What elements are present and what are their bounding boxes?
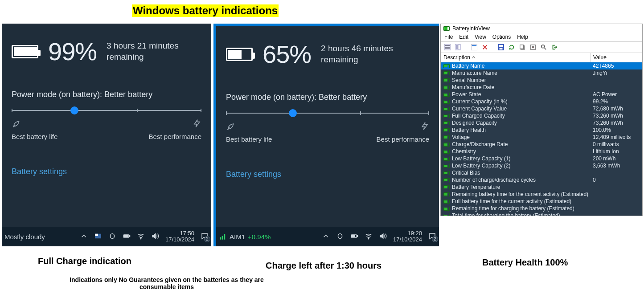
row-value: 100.0%	[593, 127, 642, 133]
svg-rect-8	[222, 236, 223, 240]
battery-row-icon	[443, 207, 450, 211]
table-row[interactable]: Remaining time for charging the battery …	[441, 205, 642, 212]
toolbar-detail-icon[interactable]	[454, 43, 462, 51]
tray-wifi-icon[interactable]	[137, 232, 145, 241]
table-row[interactable]: Full battery time for the current activi…	[441, 198, 642, 205]
svg-rect-7	[220, 237, 221, 240]
menu-view[interactable]: View	[475, 34, 486, 40]
power-mode-slider[interactable]	[226, 113, 429, 114]
stock-widget[interactable]: AIM1 +0.94%	[219, 233, 271, 241]
row-value: 72,680 mWh	[593, 106, 642, 112]
leaf-icon	[226, 122, 235, 133]
table-row[interactable]: Designed Capacity73,260 mWh	[441, 119, 642, 127]
weather-widget[interactable]: Mostly cloudy	[4, 233, 45, 241]
svg-point-30	[532, 46, 534, 48]
row-description: Full battery time for the current activi…	[452, 198, 593, 204]
battery-row-icon	[443, 164, 450, 168]
row-description: Current Capacity Value	[452, 106, 593, 112]
table-row[interactable]: ChemistryLithium Ion	[441, 148, 642, 155]
row-value: 73,260 mWh	[593, 120, 642, 126]
row-description: Battery Health	[452, 127, 593, 133]
tray-notifications-icon[interactable]: 2	[201, 232, 209, 241]
tray-clock[interactable]: 19:20 17/10/2024	[393, 230, 422, 243]
row-description: Number of charge/discharge cycles	[452, 177, 593, 183]
toolbar-copy-icon[interactable]	[518, 43, 526, 51]
table-row[interactable]: Serial Number	[441, 77, 642, 84]
menu-options[interactable]: Options	[492, 34, 511, 40]
row-value: 99.2%	[593, 98, 642, 105]
toolbar-save-icon[interactable]	[497, 43, 505, 51]
window-titlebar[interactable]: BatteryInfoView	[441, 24, 642, 33]
tray-clock[interactable]: 17:50 17/10/2024	[165, 230, 194, 243]
table-row[interactable]: Current Capacity (in %)99.2%	[441, 98, 642, 105]
table-row[interactable]: Manufacture NameJingYi	[441, 69, 642, 77]
tray-focus-icon[interactable]	[336, 232, 344, 241]
menu-help[interactable]: Help	[517, 34, 528, 40]
toolbar-list-icon[interactable]	[443, 43, 451, 51]
table-row[interactable]: Voltage12,409 millivolts	[441, 134, 642, 141]
svg-rect-18	[445, 49, 450, 49]
svg-rect-20	[456, 45, 458, 50]
table-row[interactable]: Full Charged Capacity73,260 mWh	[441, 112, 642, 119]
row-value: Lithium Ion	[593, 148, 642, 155]
battery-row-icon	[443, 150, 450, 154]
table-row[interactable]: Low Battery Capacity (2)3,663 mWh	[441, 162, 642, 169]
tray-chevron-icon[interactable]	[322, 232, 330, 241]
tray-app-icon[interactable]	[94, 232, 102, 241]
tray-focus-icon[interactable]	[108, 232, 116, 241]
column-value[interactable]: Value	[591, 53, 642, 62]
caption-battery-health: Battery Health 100%	[482, 257, 568, 268]
row-description: Current Capacity (in %)	[452, 98, 593, 105]
battery-row-icon	[443, 114, 450, 118]
menu-file[interactable]: File	[444, 34, 453, 40]
toolbar-exit-icon[interactable]	[550, 43, 558, 51]
tray-battery-icon[interactable]	[123, 232, 131, 241]
battery-remaining: 3 hours 21 minutes remaining	[107, 41, 179, 62]
battery-settings-link[interactable]: Battery settings	[12, 167, 67, 176]
row-description: Charge/Discharge Rate	[452, 141, 593, 147]
svg-rect-12	[357, 235, 358, 237]
battery-row-icon	[443, 78, 450, 82]
menu-edit[interactable]: Edit	[459, 34, 468, 40]
svg-rect-21	[458, 45, 460, 50]
toolbar-options-icon[interactable]	[529, 43, 537, 51]
toolbar-refresh-icon[interactable]	[508, 43, 516, 51]
battery-row-icon	[443, 143, 450, 147]
battery-row-icon	[443, 192, 450, 196]
svg-rect-16	[445, 45, 450, 46]
table-row[interactable]: Critical Bias	[441, 169, 642, 176]
table-row[interactable]: Charge/Discharge Rate0 milliwatts	[441, 141, 642, 148]
battery-settings-link[interactable]: Battery settings	[226, 170, 281, 179]
svg-rect-25	[499, 45, 503, 47]
table-row[interactable]: Remaining battery time for the current a…	[441, 191, 642, 198]
power-mode-slider[interactable]	[12, 110, 201, 111]
row-description: Manufacture Date	[452, 84, 593, 90]
svg-rect-10	[338, 233, 342, 238]
table-row[interactable]: Battery Health100.0%	[441, 127, 642, 134]
battery-flyout-full: 99% 3 hours 21 minutes remaining Power m…	[2, 24, 211, 246]
row-description: Remaining battery time for the current a…	[452, 191, 593, 197]
tray-volume-icon[interactable]	[379, 232, 387, 241]
tray-wifi-icon[interactable]	[365, 232, 373, 241]
table-row[interactable]: Manufacture Date	[441, 84, 642, 91]
toolbar-find-icon[interactable]	[540, 43, 548, 51]
battery-row-icon	[443, 64, 450, 68]
tray-chevron-icon[interactable]	[80, 232, 88, 241]
column-description[interactable]: Description	[441, 53, 591, 62]
toolbar-delete-icon[interactable]	[481, 43, 489, 51]
table-row[interactable]: Power StateAC Power	[441, 91, 642, 98]
table-row[interactable]: Total time for charging the battery (Est…	[441, 212, 642, 216]
toolbar-properties-icon[interactable]	[470, 43, 478, 51]
table-row[interactable]: Number of charge/discharge cycles0	[441, 176, 642, 184]
table-row[interactable]: Battery Temperature	[441, 184, 642, 191]
best-battery-label: Best battery life	[12, 133, 57, 140]
tray-volume-icon[interactable]	[151, 232, 159, 241]
row-description: Low Battery Capacity (1)	[452, 155, 593, 162]
tray-battery-icon[interactable]	[350, 232, 358, 241]
svg-rect-2	[110, 233, 114, 238]
table-row[interactable]: Low Battery Capacity (1)200 mWh	[441, 155, 642, 162]
table-row[interactable]: Battery Name42T4865	[441, 62, 642, 69]
row-value: 73,260 mWh	[593, 113, 642, 119]
table-row[interactable]: Current Capacity Value72,680 mWh	[441, 105, 642, 112]
tray-notifications-icon[interactable]: 2	[428, 232, 436, 241]
